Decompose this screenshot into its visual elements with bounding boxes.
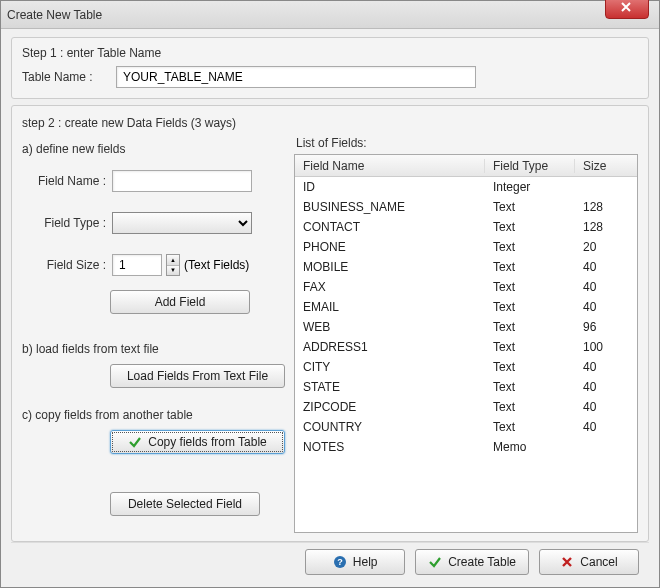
table-row[interactable]: CITYText40 [295,357,637,377]
table-row[interactable]: EMAILText40 [295,297,637,317]
field-list-panel: List of Fields: Field Name Field Type Si… [294,136,638,533]
create-table-button[interactable]: Create Table [415,549,529,575]
step1-heading: Step 1 : enter Table Name [22,46,638,60]
step2-group: step 2 : create new Data Fields (3 ways)… [11,105,649,542]
delete-field-button[interactable]: Delete Selected Field [110,492,260,516]
help-icon: ? [333,555,347,569]
titlebar: Create New Table [1,1,659,29]
check-icon [428,555,442,569]
table-row[interactable]: IDInteger [295,177,637,197]
col-header-size[interactable]: Size [575,159,635,173]
table-row[interactable]: BUSINESS_NAMEText128 [295,197,637,217]
spinner-up-icon[interactable]: ▲ [167,255,179,266]
grid-header: Field Name Field Type Size [295,155,637,177]
field-size-label: Field Size : [22,258,112,272]
table-row[interactable]: WEBText96 [295,317,637,337]
field-list-label: List of Fields: [296,136,638,150]
add-field-button[interactable]: Add Field [110,290,250,314]
load-fields-button[interactable]: Load Fields From Text File [110,364,285,388]
copy-fields-button[interactable]: Copy fields from Table [110,430,285,454]
step2-heading: step 2 : create new Data Fields (3 ways) [22,116,638,130]
table-name-label: Table Name : [22,70,110,84]
table-row[interactable]: COUNTRYText40 [295,417,637,437]
help-button[interactable]: ? Help [305,549,405,575]
table-row[interactable]: ZIPCODEText40 [295,397,637,417]
field-size-suffix: (Text Fields) [184,258,249,272]
step2b-heading: b) load fields from text file [22,342,284,356]
cancel-button[interactable]: Cancel [539,549,639,575]
col-header-name[interactable]: Field Name [295,159,485,173]
field-type-label: Field Type : [22,216,112,230]
table-name-input[interactable] [116,66,476,88]
step2a-heading: a) define new fields [22,142,284,156]
field-list-grid[interactable]: Field Name Field Type Size IDIntegerBUSI… [294,154,638,533]
step2c-heading: c) copy fields from another table [22,408,284,422]
window-title: Create New Table [7,8,102,22]
table-row[interactable]: ADDRESS1Text100 [295,337,637,357]
grid-body: IDIntegerBUSINESS_NAMEText128CONTACTText… [295,177,637,532]
field-name-input[interactable] [112,170,252,192]
table-row[interactable]: STATEText40 [295,377,637,397]
dialog-footer: ? Help Create Table Cancel [11,542,649,581]
window-close-button[interactable] [605,0,649,19]
check-icon [128,435,142,449]
step2-left: a) define new fields Field Name : Field … [22,136,284,533]
table-row[interactable]: FAXText40 [295,277,637,297]
x-icon [560,555,574,569]
table-row[interactable]: PHONEText20 [295,237,637,257]
field-size-spinner[interactable]: ▲ ▼ [166,254,180,276]
field-name-label: Field Name : [22,174,112,188]
dialog-content: Step 1 : enter Table Name Table Name : s… [1,29,659,587]
svg-text:?: ? [337,557,343,567]
field-type-select[interactable] [112,212,252,234]
field-size-input[interactable] [112,254,162,276]
spinner-down-icon[interactable]: ▼ [167,266,179,276]
table-row[interactable]: CONTACTText128 [295,217,637,237]
dialog-window: Create New Table Step 1 : enter Table Na… [0,0,660,588]
table-row[interactable]: MOBILEText40 [295,257,637,277]
col-header-type[interactable]: Field Type [485,159,575,173]
table-row[interactable]: NOTESMemo [295,437,637,457]
close-icon [620,2,634,16]
step1-group: Step 1 : enter Table Name Table Name : [11,37,649,99]
